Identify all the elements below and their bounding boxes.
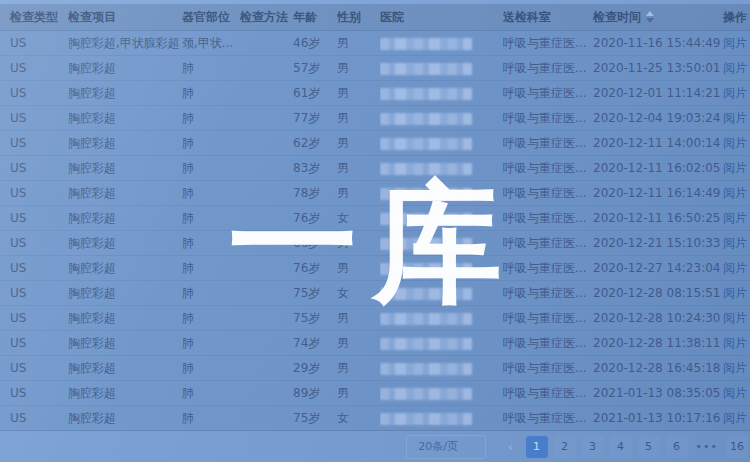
cell-organ: 肺 (182, 281, 240, 306)
cell-exam-type: US (0, 406, 68, 431)
table-row: US 胸腔彩超 肺 62岁 男 呼吸与重症医... 2020-12-11 14:… (0, 131, 750, 156)
cell-gender: 女 (337, 281, 380, 306)
cell-exam-item: 胸腔彩超 (68, 156, 182, 181)
cell-method (240, 331, 293, 356)
cell-method (240, 256, 293, 281)
page-button[interactable]: 6 (666, 436, 688, 458)
cell-age: 78岁 (293, 181, 337, 206)
cell-gender: 男 (337, 306, 380, 331)
cell-organ: 肺 (182, 206, 240, 231)
cell-exam-item: 胸腔彩超 (68, 56, 182, 81)
hospital-redacted-blur (380, 388, 472, 400)
cell-action: 阅片 (723, 281, 750, 306)
cell-department: 呼吸与重症医... (503, 231, 593, 256)
cell-method (240, 281, 293, 306)
hospital-redacted-blur (380, 338, 472, 350)
view-film-link[interactable]: 阅片 (723, 361, 747, 375)
hospital-redacted-blur (380, 413, 472, 425)
view-film-link[interactable]: 阅片 (723, 36, 747, 50)
hospital-redacted-blur (380, 313, 472, 325)
col-header-exam-time[interactable]: 检查时间 (593, 4, 723, 31)
view-film-link[interactable]: 阅片 (723, 411, 747, 425)
cell-action: 阅片 (723, 306, 750, 331)
page-button[interactable]: 2 (554, 436, 576, 458)
cell-hospital (380, 31, 503, 56)
cell-method (240, 56, 293, 81)
cell-exam-time: 2020-12-01 11:14:21 (593, 81, 723, 106)
cell-action: 阅片 (723, 206, 750, 231)
page-button[interactable]: 4 (610, 436, 632, 458)
cell-organ: 肺 (182, 131, 240, 156)
cell-department: 呼吸与重症医... (503, 156, 593, 181)
prev-page-button[interactable]: ‹ (504, 439, 518, 454)
cell-gender: 男 (337, 31, 380, 56)
sort-ascending-caret-icon (646, 11, 654, 16)
cell-exam-type: US (0, 131, 68, 156)
cell-action: 阅片 (723, 181, 750, 206)
cell-exam-item: 胸腔彩超 (68, 131, 182, 156)
view-film-link[interactable]: 阅片 (723, 386, 747, 400)
cell-gender: 男 (337, 56, 380, 81)
cell-action: 阅片 (723, 56, 750, 81)
cell-exam-type: US (0, 56, 68, 81)
cell-action: 阅片 (723, 131, 750, 156)
cell-gender: 男 (337, 381, 380, 406)
cell-exam-time: 2020-11-25 13:50:01 (593, 56, 723, 81)
col-header-department: 送检科室 (503, 4, 593, 31)
cell-gender: 男 (337, 231, 380, 256)
cell-gender: 男 (337, 156, 380, 181)
page-button[interactable]: 5 (638, 436, 660, 458)
cell-exam-time: 2021-01-13 08:35:05 (593, 381, 723, 406)
cell-department: 呼吸与重症医... (503, 131, 593, 156)
cell-action: 阅片 (723, 156, 750, 181)
cell-exam-item: 胸腔彩超,甲状腺彩超 (68, 31, 182, 56)
page-button[interactable]: 1 (526, 436, 548, 458)
cell-department: 呼吸与重症医... (503, 406, 593, 431)
view-film-link[interactable]: 阅片 (723, 86, 747, 100)
col-header-exam-type: 检查类型 (0, 4, 68, 31)
cell-organ: 颈,甲状... (182, 31, 240, 56)
cell-age: 29岁 (293, 356, 337, 381)
view-film-link[interactable]: 阅片 (723, 136, 747, 150)
cell-action: 阅片 (723, 256, 750, 281)
view-film-link[interactable]: 阅片 (723, 186, 747, 200)
table-row: US 胸腔彩超 肺 78岁 男 呼吸与重症医... 2020-12-11 16:… (0, 181, 750, 206)
view-film-link[interactable]: 阅片 (723, 311, 747, 325)
cell-exam-type: US (0, 306, 68, 331)
view-film-link[interactable]: 阅片 (723, 61, 747, 75)
col-header-age: 年龄 (293, 4, 337, 31)
col-header-organ: 器官部位 (182, 4, 240, 31)
table-body: US 胸腔彩超,甲状腺彩超 颈,甲状... 46岁 男 呼吸与重症医... 20… (0, 31, 750, 431)
page-size-select[interactable]: 20条/页 (406, 435, 486, 459)
page-button[interactable]: 16 (726, 436, 748, 458)
cell-department: 呼吸与重症医... (503, 81, 593, 106)
cell-organ: 肺 (182, 231, 240, 256)
cell-exam-item: 胸腔彩超 (68, 406, 182, 431)
cell-department: 呼吸与重症医... (503, 106, 593, 131)
cell-exam-time: 2020-12-28 10:24:30 (593, 306, 723, 331)
view-film-link[interactable]: 阅片 (723, 111, 747, 125)
page-button[interactable]: 3 (582, 436, 604, 458)
cell-method (240, 381, 293, 406)
col-header-actions: 操作 (723, 4, 750, 31)
cell-hospital (380, 281, 503, 306)
view-film-link[interactable]: 阅片 (723, 236, 747, 250)
hospital-redacted-blur (380, 138, 472, 150)
cell-age: 66岁 (293, 231, 337, 256)
view-film-link[interactable]: 阅片 (723, 211, 747, 225)
cell-exam-time: 2020-12-11 16:02:05 (593, 156, 723, 181)
cell-exam-type: US (0, 156, 68, 181)
view-film-link[interactable]: 阅片 (723, 286, 747, 300)
view-film-link[interactable]: 阅片 (723, 261, 747, 275)
view-film-link[interactable]: 阅片 (723, 336, 747, 350)
cell-hospital (380, 206, 503, 231)
col-header-method: 检查方法 (240, 4, 293, 31)
cell-exam-type: US (0, 381, 68, 406)
pagination-bar: 20条/页 ‹ 1 2 3 4 5 6 ••• 16 (0, 430, 750, 462)
page-button[interactable]: ••• (694, 436, 720, 458)
hospital-redacted-blur (380, 38, 472, 50)
cell-age: 76岁 (293, 256, 337, 281)
col-header-hospital: 医院 (380, 4, 503, 31)
view-film-link[interactable]: 阅片 (723, 161, 747, 175)
cell-age: 89岁 (293, 381, 337, 406)
